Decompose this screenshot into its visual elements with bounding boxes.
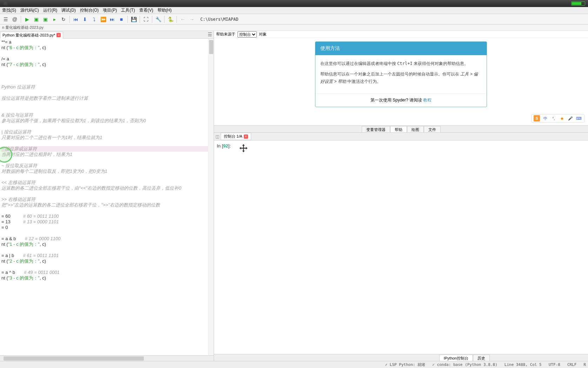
scroll-thumb[interactable] xyxy=(209,40,213,54)
status-eol[interactable]: CRLF xyxy=(567,362,577,367)
status-readwrite: R xyxy=(583,362,586,367)
menu-help[interactable]: 帮助(H) xyxy=(155,7,174,13)
forward-button[interactable]: → xyxy=(188,15,196,24)
tab-history[interactable]: 历史 xyxy=(473,355,490,361)
ime-keyboard-icon[interactable]: ⌨ xyxy=(576,115,582,121)
ime-punct-icon[interactable]: °, xyxy=(550,115,557,121)
code-line xyxy=(1,101,212,107)
code-line: 运算数的各二进位全部左移若干位，由"<<"右边的数指定移动的位数，高位丢弃，低位… xyxy=(1,185,212,191)
ime-mic-icon[interactable]: 🎤 xyxy=(567,115,574,121)
code-line xyxy=(1,208,212,213)
code-line: **= a xyxy=(1,39,212,45)
status-lsp[interactable]: ✓ LSP Python: 就绪 xyxy=(385,362,426,367)
code-line: = 13 # 13 = 0000 1101 xyxy=(1,219,212,225)
code-editor[interactable]: **= ant ("6 - c 的值为：", c) /= ant ("7 - c… xyxy=(0,39,214,355)
close-console-icon[interactable]: × xyxy=(244,134,248,139)
code-line: 对数据的每个二进制位取反，即把1变为0，把0变为1 xyxy=(1,169,212,174)
code-line xyxy=(1,90,212,96)
status-conda[interactable]: ✓ conda: base (Python 3.8.8) xyxy=(432,362,497,367)
console-tab-label: 控制台 1/A xyxy=(224,134,242,139)
code-line: nt ("2 - c 的值为：", c) xyxy=(1,258,212,264)
python-icon[interactable]: 🐍 xyxy=(166,15,175,24)
status-encoding[interactable]: UTF-8 xyxy=(549,362,560,367)
settings-button[interactable]: 🔧 xyxy=(154,15,162,24)
at-button[interactable]: @ xyxy=(11,15,19,24)
tab-files[interactable]: 文件 xyxy=(424,126,441,132)
tutorial-link[interactable]: 教程 xyxy=(423,98,432,103)
console-prompt: In [92]: xyxy=(217,143,231,149)
code-line: 按位运算符是把数字看作二进制来进行计算 xyxy=(1,96,212,101)
tab-options-icon[interactable]: ☰ xyxy=(208,32,212,37)
debug-step-button[interactable]: ⏮ xyxy=(72,15,80,24)
editor-horizontal-scrollbar[interactable] xyxy=(0,355,214,361)
debug-continue-button[interactable]: ⏭ xyxy=(108,15,116,24)
help-source-select[interactable]: 控制台 xyxy=(238,31,257,38)
help-card-title: 使用方法 xyxy=(315,42,487,55)
tab-help[interactable]: 帮助 xyxy=(390,126,407,132)
code-line: /= a xyxy=(1,56,212,62)
save-button[interactable]: 💾 xyxy=(129,15,138,24)
help-source-label: 帮助来源于 xyxy=(216,32,235,37)
code-line: ~ 按位取反运算符 xyxy=(1,163,212,169)
menu-tools[interactable]: 工具(T) xyxy=(119,7,137,13)
menu-view[interactable]: 查看(V) xyxy=(137,7,155,13)
code-line: 参与运算的两个值，如果两个相应位都为1，则该位的结果为1，否则为0 xyxy=(1,118,212,124)
code-line: Python 位运算符 xyxy=(1,84,212,90)
back-button[interactable]: ← xyxy=(179,15,187,24)
editor-vertical-scrollbar[interactable] xyxy=(208,39,214,355)
help-toolbar: 帮助来源于 控制台 对象 xyxy=(214,31,588,38)
ime-floating-bar[interactable]: S 中 °, ☻ 🎤 ⌨ xyxy=(531,114,584,123)
run-selection-button[interactable]: ▸ xyxy=(50,15,59,24)
run-cell-button[interactable]: ▣ xyxy=(32,15,40,24)
code-line: | 按位或运算符 xyxy=(1,129,212,135)
code-line xyxy=(1,124,212,129)
menu-find[interactable]: 查找(S) xyxy=(0,7,18,13)
breadcrumb-path: n 量化编程基础-2023.py xyxy=(2,25,44,30)
scroll-thumb[interactable] xyxy=(4,356,144,361)
code-line xyxy=(1,51,212,56)
debug-step-into-button[interactable]: ⬇ xyxy=(81,15,89,24)
debug-step-out-button[interactable]: ⏩ xyxy=(99,15,107,24)
code-line: nt ("7 - c 的值为：", c) xyxy=(1,62,212,67)
code-line xyxy=(1,79,212,84)
code-line xyxy=(1,157,212,163)
tab-ipython-console[interactable]: IPython控制台 xyxy=(439,355,473,361)
menu-source[interactable]: 源代码(C) xyxy=(18,7,41,13)
rerun-button[interactable]: ↻ xyxy=(59,15,68,24)
system-tray xyxy=(571,1,585,6)
menu-project[interactable]: 项目(P) xyxy=(101,7,119,13)
debug-stop-button[interactable]: ■ xyxy=(117,15,126,24)
menu-run[interactable]: 运行(R) xyxy=(41,7,60,13)
editor-tab[interactable]: Python 量化编程基础-2023.py* × xyxy=(0,32,63,39)
console-tab[interactable]: 控制台 1/A × xyxy=(221,133,251,140)
debug-step-over-button[interactable]: ⤵ xyxy=(90,15,98,24)
working-directory-path: C:\Users\MIAPAD xyxy=(200,17,238,22)
run-button[interactable]: ▶ xyxy=(23,15,31,24)
run-cell-advance-button[interactable]: ▣ xyxy=(41,15,49,24)
breadcrumb: n 量化编程基础-2023.py xyxy=(0,25,588,31)
code-line: 把">>"左边的运算数的各二进位全部右移若干位，">>"右边的数指定移动的位数 xyxy=(1,202,212,208)
status-cursor-position: Line 3488, Col 5 xyxy=(505,362,542,367)
console-pane-tabs: IPython控制台 历史 xyxy=(214,354,588,361)
code-line: = a ^ b # 49 = 0011 0001 xyxy=(1,270,212,275)
outline-button[interactable]: ☰ xyxy=(1,15,10,24)
code-line xyxy=(1,73,212,79)
editor-tab-bar: Python 量化编程基础-2023.py* × ☰ xyxy=(0,31,214,39)
menu-debug[interactable]: 调试(D) xyxy=(59,7,78,13)
ime-logo-icon: S xyxy=(534,115,540,121)
maximize-button[interactable]: ⛶ xyxy=(142,15,150,24)
code-line xyxy=(1,67,212,73)
code-line: nt ("3 - c 的值为：", c) xyxy=(1,275,212,281)
tab-variable-explorer[interactable]: 变量管理器 xyxy=(362,126,390,132)
console-collapse-icon[interactable]: ◫ xyxy=(215,134,219,139)
console-output[interactable]: In [92]: xyxy=(214,140,588,354)
ime-lang-icon[interactable]: 中 xyxy=(542,115,548,121)
ime-emoji-icon[interactable]: ☻ xyxy=(559,115,565,121)
help-object-label: 对象 xyxy=(259,32,267,37)
editor-tab-label: Python 量化编程基础-2023.py* xyxy=(2,33,55,38)
tab-plots[interactable]: 绘图 xyxy=(407,126,424,132)
move-cursor-icon xyxy=(239,143,248,156)
close-tab-icon[interactable]: × xyxy=(56,33,61,37)
code-line: = 60 # 60 = 0011 1100 xyxy=(1,213,212,219)
menu-console[interactable]: 控制台(O) xyxy=(78,7,101,13)
